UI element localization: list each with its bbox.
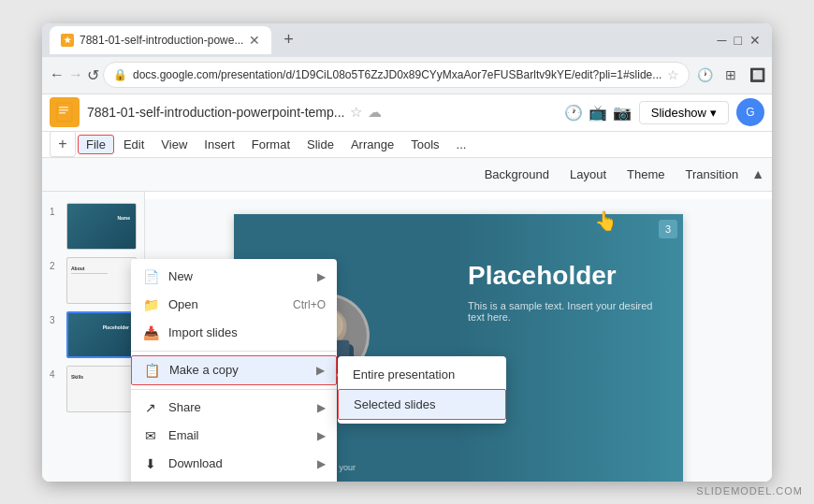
tab-favicon: ★ [61, 34, 74, 47]
app-logo [50, 97, 80, 127]
svg-rect-1 [59, 107, 68, 108]
user-avatar[interactable]: G [736, 98, 764, 126]
download-arrow: ▶ [317, 457, 326, 470]
menu-item-tools[interactable]: Tools [403, 136, 446, 153]
menu-share[interactable]: ↗ Share ▶ [131, 394, 337, 422]
entire-presentation-label: Entire presentation [353, 367, 455, 382]
browser-titlebar: ★ 7881-01-self-introduction-powe... ✕ + … [42, 23, 772, 57]
menu-make-copy-label: Make a copy [169, 363, 307, 377]
slide-thumb-4[interactable]: 4 Skills [42, 362, 144, 416]
share-icon: ↗ [142, 399, 159, 416]
submenu: Entire presentation Selected slides [338, 356, 506, 424]
menu-new[interactable]: 📄 New ▶ [131, 263, 337, 291]
slide-preview-2[interactable]: About [66, 257, 137, 304]
menu-email-label: Email [168, 428, 308, 442]
submenu-selected-slides[interactable]: Selected slides [338, 389, 506, 420]
menu-open-label: Open [168, 297, 283, 311]
browser-controls-row: ← → ↺ 🔒 docs.google.com/presentation/d/1… [42, 57, 772, 94]
slide-thumb-1[interactable]: 1 Name [42, 199, 144, 253]
menu-item-view[interactable]: View [153, 136, 195, 153]
tab-search-icon[interactable]: ⊞ [720, 64, 742, 86]
cast-icon[interactable]: 🔲 [746, 64, 768, 86]
slide-thumb-3[interactable]: 3 Placeholder [42, 308, 144, 362]
slide-preview-3[interactable]: Placeholder [66, 311, 137, 358]
share-arrow: ▶ [317, 401, 326, 414]
browser-window: ★ 7881-01-self-introduction-powe... ✕ + … [42, 23, 772, 482]
menu-open[interactable]: 📁 Open Ctrl+O [131, 291, 337, 319]
menu-make-copy[interactable]: 📋 Make a copy ▶ Entire presentation Sele… [131, 355, 337, 385]
forward-button[interactable]: → [68, 62, 83, 88]
star-icon[interactable]: ☆ [667, 67, 679, 82]
email-icon: ✉ [142, 427, 159, 444]
close-button[interactable]: ✕ [749, 33, 761, 48]
new-icon: 📄 [142, 268, 159, 285]
slide-number-badge: 3 [659, 220, 677, 238]
menu-item-insert[interactable]: Insert [196, 136, 242, 153]
slide-number-4: 4 [50, 366, 61, 380]
menu-import[interactable]: 📥 Import slides [131, 319, 337, 347]
menu-import-label: Import slides [168, 325, 326, 339]
menu-item-more[interactable]: ... [449, 136, 474, 153]
main-content: Background Layout Theme Transition ▲ 1 N… [42, 158, 772, 482]
svg-rect-2 [59, 109, 68, 111]
menu-item-format[interactable]: Format [244, 136, 298, 153]
menu-email[interactable]: ✉ Email ▶ [131, 422, 337, 450]
file-menu-dropdown: 📄 New ▶ 📁 Open Ctrl+O 📥 Import slides 📋 … [131, 259, 337, 482]
menu-share-label: Share [168, 400, 308, 414]
svg-rect-3 [59, 112, 65, 114]
open-shortcut: Ctrl+O [293, 298, 326, 311]
slideshow-dropdown-arrow: ▾ [710, 106, 717, 120]
menu-download[interactable]: ⬇ Download ▶ [131, 450, 337, 478]
slideshow-label: Slideshow [651, 106, 706, 120]
maximize-button[interactable]: □ [734, 33, 742, 48]
divider-1 [131, 351, 337, 352]
browser-tab[interactable]: ★ 7881-01-self-introduction-powe... ✕ [50, 26, 271, 54]
slide-placeholder-text: This is a sample text. Insert your desir… [468, 300, 655, 323]
slideshow-button[interactable]: Slideshow ▾ [639, 101, 729, 124]
app-bar: 7881-01-self-introduction-powerpoint-tem… [42, 94, 772, 132]
app-bar-right: 🕐 📺 📷 Slideshow ▾ G [564, 98, 764, 126]
cloud-icon: ☁ [368, 104, 382, 121]
toolbar-collapse-icon[interactable]: ▲ [751, 166, 764, 181]
browser-icons: 🕐 ⊞ 🔲 ⋮ [693, 64, 772, 86]
menu-item-file[interactable]: File [78, 135, 114, 154]
refresh-button[interactable]: ↺ [87, 62, 99, 88]
open-icon: 📁 [142, 296, 159, 313]
slides-panel: 1 Name 2 About 3 [42, 158, 145, 482]
address-bar[interactable]: 🔒 docs.google.com/presentation/d/1D9CiL0… [103, 62, 690, 88]
menu-bar: + File Edit View Insert Format Slide Arr… [42, 132, 772, 158]
slide-preview-1[interactable]: Name [66, 203, 137, 250]
download-icon: ⬇ [142, 455, 159, 472]
slide-thumb-2[interactable]: 2 About [42, 253, 144, 308]
address-text: docs.google.com/presentation/d/1D9CiL08o… [133, 68, 661, 81]
app-title: 7881-01-self-introduction-powerpoint-tem… [87, 104, 557, 121]
submenu-entire-presentation[interactable]: Entire presentation [338, 360, 506, 389]
copy-icon: 📋 [143, 362, 160, 379]
slide-right-content: Placeholder This is a sample text. Inser… [468, 261, 655, 323]
format-toolbar: Background Layout Theme Transition ▲ [42, 158, 772, 192]
menu-item-arrange[interactable]: Arrange [343, 136, 401, 153]
tab-title: 7881-01-self-introduction-powe... [80, 34, 243, 47]
new-arrow: ▶ [317, 270, 326, 283]
menu-item-slide[interactable]: Slide [299, 136, 342, 153]
add-slide-button[interactable]: + [50, 131, 76, 157]
history-icon[interactable]: 🕐 [693, 64, 716, 86]
background-button[interactable]: Background [477, 165, 557, 184]
menu-new-label: New [168, 269, 308, 283]
transition-button[interactable]: Transition [678, 165, 747, 184]
slide-preview-4[interactable]: Skills [66, 366, 137, 412]
layout-button[interactable]: Layout [562, 165, 614, 184]
star-icon[interactable]: ☆ [350, 104, 362, 121]
menu-item-edit[interactable]: Edit [116, 136, 152, 153]
theme-button[interactable]: Theme [619, 165, 672, 184]
slide-number-3: 3 [50, 311, 61, 325]
back-button[interactable]: ← [50, 62, 65, 88]
timer-icon[interactable]: 🕐 [564, 104, 583, 122]
tab-close-button[interactable]: ✕ [249, 34, 260, 47]
minimize-button[interactable]: ─ [718, 33, 727, 48]
camera-icon[interactable]: 📷 [613, 104, 632, 122]
present-icon[interactable]: 📺 [589, 104, 607, 122]
copy-arrow: ▶ [316, 364, 325, 377]
new-tab-button[interactable]: + [275, 27, 301, 53]
slide-placeholder-title: Placeholder [468, 261, 655, 291]
